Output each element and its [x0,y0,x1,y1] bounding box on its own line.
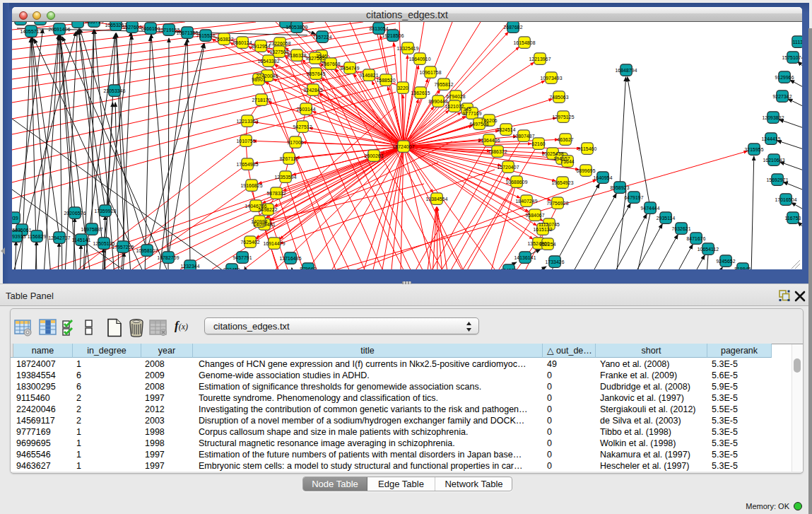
svg-text:9129966: 9129966 [775,75,794,80]
svg-text:7515526: 7515526 [196,33,215,38]
svg-text:19218506: 19218506 [382,33,404,38]
svg-text:104582: 104582 [500,268,517,269]
svg-text:1145141: 1145141 [72,238,91,243]
svg-text:3215955: 3215955 [744,147,763,152]
svg-text:75644: 75644 [560,159,575,164]
svg-text:2935114: 2935114 [657,216,676,221]
svg-text:12213967: 12213967 [529,57,551,62]
svg-text:5835061: 5835061 [12,228,31,233]
svg-text:19384554: 19384554 [425,197,447,201]
svg-text:12353594: 12353594 [274,175,296,180]
svg-text:17359928: 17359928 [94,209,116,214]
svg-text:15692971: 15692971 [766,177,788,182]
svg-text:17957255: 17957255 [112,245,134,250]
svg-text:10973493: 10973493 [540,76,562,81]
svg-text:1615132: 1615132 [533,227,552,232]
svg-text:9245652: 9245652 [716,259,735,264]
svg-text:23226058: 23226058 [269,41,290,46]
svg-text:9115460: 9115460 [578,146,597,151]
svg-text:6899695: 6899695 [576,168,595,173]
svg-text:3857645: 3857645 [306,71,325,76]
svg-text:9860124: 9860124 [233,40,252,45]
svg-text:16053809: 16053809 [286,25,307,30]
svg-text:17016504: 17016504 [775,197,796,202]
svg-text:10688609: 10688609 [505,180,527,185]
svg-text:2867608: 2867608 [321,62,340,66]
svg-text:6479197: 6479197 [624,195,643,200]
svg-text:12942737: 12942737 [48,235,70,240]
svg-text:15751074: 15751074 [782,55,802,60]
svg-text:13716485: 13716485 [279,256,301,261]
svg-text:939: 939 [12,216,18,221]
svg-text:7663822: 7663822 [214,37,233,42]
svg-text:10961758: 10961758 [419,70,441,75]
svg-text:18407249: 18407249 [515,199,537,204]
svg-text:16848794: 16848794 [615,68,637,73]
svg-text:8267110: 8267110 [280,156,299,161]
svg-text:1232344: 1232344 [180,264,199,269]
svg-text:19166825: 19166825 [240,183,262,188]
svg-text:9227342: 9227342 [772,94,792,99]
svg-text:12213363: 12213363 [236,119,258,124]
svg-text:8912954: 8912954 [251,44,270,49]
svg-text:9584067: 9584067 [525,213,544,218]
svg-text:14136141: 14136141 [514,255,536,260]
svg-text:2718170: 2718170 [252,98,271,103]
svg-text:7485063: 7485063 [549,95,568,100]
svg-text:879663: 879663 [300,267,316,269]
svg-text:98901: 98901 [252,77,266,82]
svg-text:7357224: 7357224 [312,35,331,40]
svg-text:11120745: 11120745 [539,222,560,227]
svg-text:16210643: 16210643 [763,158,784,163]
svg-text:3824514: 3824514 [496,127,515,132]
svg-text:8186328: 8186328 [287,53,306,58]
svg-text:16154808: 16154808 [513,40,535,45]
svg-text:2603144: 2603144 [296,107,315,112]
svg-text:9327508: 9327508 [269,49,288,54]
svg-text:463627: 463627 [557,137,573,142]
svg-text:819945: 819945 [734,267,751,269]
svg-text:9777169: 9777169 [462,111,481,116]
svg-text:10025438: 10025438 [541,151,563,156]
svg-text:1733426: 1733426 [545,259,564,264]
svg-text:62160: 62160 [531,141,546,146]
svg-text:6497508: 6497508 [469,122,488,127]
svg-text:8990448: 8990448 [428,99,447,104]
svg-text:140994: 140994 [251,219,267,224]
svg-text:18724007: 18724007 [392,144,414,149]
svg-text:252254: 252254 [539,242,555,247]
svg-text:7625402: 7625402 [240,240,259,245]
svg-text:20206576: 20206576 [64,211,86,216]
svg-text:7386372: 7386372 [488,149,507,154]
svg-text:8454749: 8454749 [340,66,359,71]
svg-text:20691406: 20691406 [48,27,70,32]
svg-text:9474444: 9474444 [640,206,659,211]
svg-text:1640954: 1640954 [593,175,612,180]
svg-text:9457791: 9457791 [233,255,252,260]
svg-text:13325419: 13325419 [396,46,418,51]
svg-text:9242845: 9242845 [303,88,322,93]
svg-text:1113: 1113 [793,40,802,45]
svg-text:14055713: 14055713 [20,29,42,34]
svg-text:8958923: 8958923 [610,185,629,190]
svg-text:1244415: 1244415 [761,136,780,141]
svg-text:15720407: 15720407 [497,165,519,170]
svg-text:17654985: 17654985 [236,162,258,167]
svg-text:8813054: 8813054 [369,26,388,31]
svg-text:3220: 3220 [397,86,408,90]
svg-text:7632621: 7632621 [671,226,690,231]
svg-text:12975125: 12975125 [552,115,574,119]
svg-text:6794028: 6794028 [446,94,465,99]
svg-text:10671355: 10671355 [176,30,198,35]
svg-text:10975887: 10975887 [81,227,102,232]
svg-text:9327505: 9327505 [305,56,324,61]
svg-text:1527602: 1527602 [122,25,141,30]
svg-text:7955812: 7955812 [434,82,453,87]
svg-text:18640910: 18640910 [408,57,430,62]
svg-text:1855719: 1855719 [84,22,103,24]
svg-text:19654923: 19654923 [551,180,573,185]
svg-text:1362615: 1362615 [411,90,430,95]
svg-text:2687682: 2687682 [503,25,522,30]
svg-text:1621072: 1621072 [445,104,464,109]
svg-text:1156829: 1156829 [28,234,47,239]
